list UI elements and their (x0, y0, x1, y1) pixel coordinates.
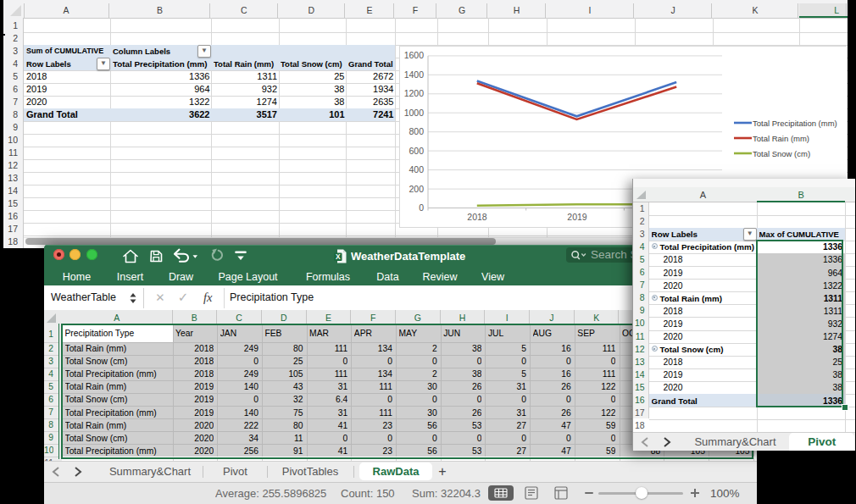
svg-text:1200: 1200 (404, 88, 425, 98)
svg-text:1400: 1400 (404, 69, 425, 80)
svg-text:2019: 2019 (567, 212, 587, 222)
svg-text:Total Rain (mm): Total Rain (mm) (753, 134, 809, 143)
svg-text:1000: 1000 (404, 108, 425, 118)
svg-text:200: 200 (409, 184, 424, 194)
svg-text:X: X (336, 252, 341, 261)
svg-text:800: 800 (409, 126, 424, 136)
svg-text:Total Precipitation (mm): Total Precipitation (mm) (753, 119, 837, 128)
svg-text:1600: 1600 (404, 50, 425, 60)
svg-text:2018: 2018 (467, 212, 487, 222)
svg-text:600: 600 (409, 146, 424, 156)
svg-text:400: 400 (409, 164, 424, 174)
svg-text:0: 0 (419, 202, 424, 213)
svg-text:Total Snow (cm): Total Snow (cm) (753, 149, 810, 158)
